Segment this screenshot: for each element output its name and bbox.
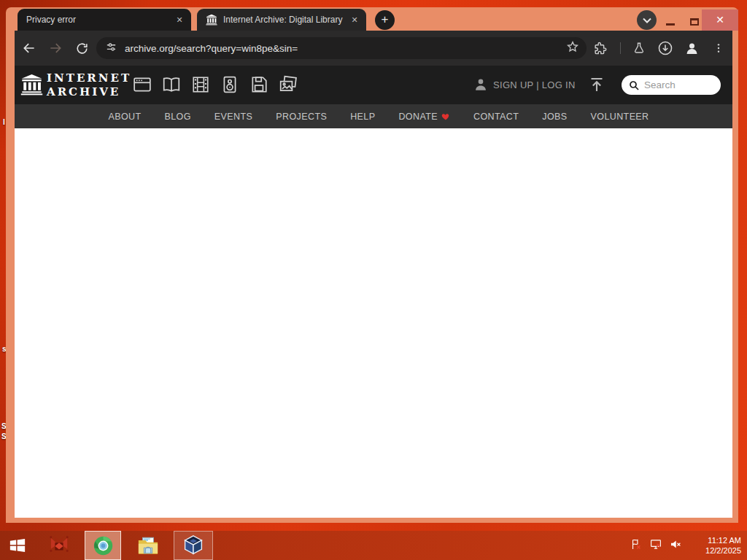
video-icon[interactable] bbox=[191, 75, 210, 94]
window-close-button[interactable]: ✕ bbox=[702, 9, 738, 31]
new-tab-button[interactable]: + bbox=[375, 10, 395, 30]
downloads-icon[interactable] bbox=[657, 39, 674, 57]
desktop: I s S S Privacy error ✕ Internet Archive… bbox=[0, 0, 747, 560]
tab-title: Privacy error bbox=[26, 15, 174, 25]
taskbar-file-explorer-icon[interactable] bbox=[131, 531, 165, 560]
start-button[interactable] bbox=[0, 531, 35, 560]
close-icon[interactable]: ✕ bbox=[174, 14, 185, 26]
internet-archive-favicon bbox=[206, 14, 217, 26]
web-icon[interactable] bbox=[133, 75, 152, 94]
heart-icon bbox=[441, 112, 450, 120]
taskbar-browser-icon[interactable] bbox=[85, 531, 121, 560]
site-settings-icon[interactable] bbox=[105, 41, 117, 56]
nav-blog[interactable]: BLOG bbox=[165, 112, 191, 122]
software-icon[interactable] bbox=[249, 75, 268, 94]
tab-internet-archive[interactable]: Internet Archive: Digital Library ✕ bbox=[197, 9, 366, 31]
back-button[interactable] bbox=[20, 39, 38, 57]
extensions-icon[interactable] bbox=[591, 39, 608, 57]
upload-icon[interactable] bbox=[588, 76, 605, 96]
search-input[interactable] bbox=[644, 79, 715, 90]
address-bar[interactable]: archive.org/search?query=win8pe&sin= bbox=[96, 37, 587, 59]
nav-contact[interactable]: CONTACT bbox=[473, 112, 519, 122]
nav-donate[interactable]: DONATE bbox=[398, 112, 450, 122]
nav-events[interactable]: EVENTS bbox=[214, 112, 252, 122]
images-icon[interactable] bbox=[279, 75, 298, 94]
toolbar-divider bbox=[620, 42, 621, 54]
clock-time: 11:12 AM bbox=[696, 535, 741, 545]
taskbar-virtualbox-icon[interactable] bbox=[174, 531, 213, 560]
browser-window: Privacy error ✕ Internet Archive: Digita… bbox=[6, 7, 738, 523]
system-tray: 11:12 AM 12/2/2025 bbox=[630, 535, 747, 556]
search-icon bbox=[628, 79, 640, 91]
internet-archive-logo-icon[interactable] bbox=[20, 72, 43, 100]
action-center-flag-icon[interactable] bbox=[630, 538, 643, 553]
nav-volunteer[interactable]: VOLUNTEER bbox=[591, 112, 649, 122]
minimize-button[interactable] bbox=[666, 23, 675, 26]
person-icon[interactable] bbox=[473, 77, 489, 96]
tab-title: Internet Archive: Digital Library bbox=[223, 15, 349, 25]
site-search-box[interactable] bbox=[622, 75, 721, 95]
maximize-button[interactable] bbox=[690, 18, 699, 26]
menu-kebab-icon[interactable] bbox=[710, 39, 727, 57]
profile-avatar-icon[interactable] bbox=[683, 39, 700, 57]
taskbar-app-red-icon[interactable] bbox=[42, 531, 76, 560]
texts-icon[interactable] bbox=[162, 75, 181, 94]
site-nav: ABOUT BLOG EVENTS PROJECTS HELP DONATE C… bbox=[15, 104, 732, 128]
experiments-flask-icon[interactable] bbox=[630, 39, 648, 57]
clock-date: 12/2/2025 bbox=[696, 545, 741, 556]
nav-projects[interactable]: PROJECTS bbox=[276, 112, 327, 122]
page-content: INTERNET ARCHIVE bbox=[15, 66, 732, 518]
tab-privacy-error[interactable]: Privacy error ✕ bbox=[18, 9, 191, 31]
close-icon[interactable]: ✕ bbox=[349, 14, 360, 26]
url-text[interactable]: archive.org/search?query=win8pe&sin= bbox=[125, 43, 566, 54]
nav-jobs[interactable]: JOBS bbox=[542, 112, 567, 122]
internet-archive-header: INTERNET ARCHIVE bbox=[15, 66, 732, 104]
results-area bbox=[15, 128, 732, 518]
reload-button[interactable] bbox=[73, 39, 90, 57]
bookmark-star-icon[interactable] bbox=[566, 40, 579, 56]
tab-search-button[interactable] bbox=[637, 10, 657, 30]
internet-archive-wordmark[interactable]: INTERNET ARCHIVE bbox=[47, 71, 131, 99]
media-type-row bbox=[133, 75, 298, 94]
forward-button[interactable] bbox=[47, 39, 64, 57]
desktop-icon-label-fragment: I bbox=[3, 118, 5, 126]
taskbar-clock[interactable]: 11:12 AM 12/2/2025 bbox=[696, 535, 741, 556]
audio-icon[interactable] bbox=[220, 75, 239, 94]
nav-about[interactable]: ABOUT bbox=[108, 112, 141, 122]
signup-login-link[interactable]: SIGN UP | LOG IN bbox=[493, 79, 576, 90]
taskbar: 11:12 AM 12/2/2025 bbox=[0, 531, 747, 560]
nav-help[interactable]: HELP bbox=[350, 112, 375, 122]
volume-muted-icon[interactable] bbox=[669, 538, 682, 553]
browser-toolbar: archive.org/search?query=win8pe&sin= bbox=[15, 31, 732, 66]
network-error-icon[interactable] bbox=[649, 538, 662, 553]
